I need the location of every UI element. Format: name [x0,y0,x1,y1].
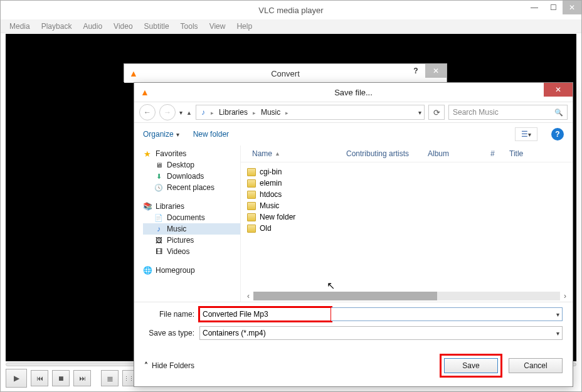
convert-window: Convert ? ✕ [124,63,447,82]
close-button[interactable]: ✕ [563,1,581,14]
nav-toolbar: ← → Libraries Music Search Music [134,102,573,123]
stop-icon [58,374,65,383]
chevron-right-icon [209,108,216,117]
playlist-icon [107,374,114,383]
forward-button[interactable]: → [159,104,176,120]
previous-icon [36,374,43,383]
vlc-cone-icon [140,87,149,98]
refresh-button[interactable] [428,105,445,120]
playlist-button[interactable] [101,370,119,386]
navigation-tree: Favorites Desktop Downloads Recent place… [134,146,241,302]
maximize-button[interactable]: ☐ [544,1,563,14]
menu-subtitle[interactable]: Subtitle [144,22,169,31]
folder-icon [247,167,256,176]
organize-button[interactable]: Organize [143,130,179,139]
column-contributing-artists[interactable]: Contributing artists [341,148,423,159]
tree-recent-places[interactable]: Recent places [143,182,240,193]
history-dropdown[interactable] [179,108,183,117]
list-item[interactable]: Old [247,223,566,234]
vlc-cone-icon [129,68,138,79]
minimize-button[interactable]: — [525,1,544,14]
hide-folders-button[interactable]: Hide Folders [144,361,194,370]
play-button[interactable] [6,369,27,388]
menu-help[interactable]: Help [236,22,252,31]
up-button[interactable] [186,108,192,117]
refresh-icon [433,108,440,117]
chevron-down-icon[interactable] [556,329,559,337]
music-icon [154,225,163,233]
desktop-icon [154,161,163,169]
chevron-up-icon [144,361,148,370]
tree-favorites[interactable]: Favorites [143,148,240,159]
breadcrumb-path[interactable]: Libraries Music [196,105,425,120]
dialog-footer: Hide Folders Save Cancel [134,345,573,386]
tree-desktop[interactable]: Desktop [143,159,240,171]
menu-audio[interactable]: Audio [83,22,102,31]
convert-window-title: Convert [271,69,300,78]
list-item[interactable]: htdocs [247,189,566,200]
previous-button[interactable] [31,370,48,386]
list-item[interactable]: elemin [247,177,566,189]
menu-view[interactable]: View [209,22,226,31]
chevron-down-icon [176,130,179,139]
save-form: File name: Converted File Mp3 Save as ty… [134,302,573,340]
tree-videos[interactable]: Videos [143,246,240,257]
list-item[interactable]: Music [247,200,566,211]
filename-label: File name: [144,310,199,319]
breadcrumb-libraries[interactable]: Libraries [217,108,250,117]
dialog-toolbar: Organize New folder ☰ ? [134,123,573,146]
stop-button[interactable] [52,370,70,386]
pictures-icon [154,236,163,245]
save-button[interactable]: Save [444,358,498,373]
menu-video[interactable]: Video [114,22,132,31]
filename-input-extent[interactable] [331,307,563,321]
chevron-down-icon[interactable] [556,310,559,319]
star-icon [143,149,152,158]
close-button[interactable]: ✕ [425,64,447,78]
help-button[interactable]: ? [551,128,564,140]
new-folder-button[interactable]: New folder [193,130,229,139]
folder-icon [247,179,256,188]
column-title[interactable]: Title [504,148,542,159]
play-icon [14,374,19,383]
column-number[interactable]: # [485,148,504,159]
back-button[interactable]: ← [139,104,156,120]
column-headers: Name ▲ Contributing artists Album # Titl… [241,146,573,162]
tree-libraries[interactable]: Libraries [143,201,240,212]
chevron-down-icon [528,130,531,139]
close-button[interactable]: ✕ [544,83,573,97]
tree-documents[interactable]: Documents [143,212,240,223]
savetype-select[interactable]: Containers (*.mp4) [199,326,563,340]
folder-icon [247,213,256,221]
tree-homegroup[interactable]: Homegroup [143,265,240,276]
cancel-button[interactable]: Cancel [509,358,563,373]
column-album[interactable]: Album [423,148,485,159]
next-button[interactable] [73,370,91,386]
menu-playback[interactable]: Playback [41,22,72,31]
chevron-right-icon [251,108,258,117]
breadcrumb-music[interactable]: Music [259,108,282,117]
path-dropdown[interactable] [418,108,421,117]
column-name[interactable]: Name ▲ [247,148,341,159]
music-icon [199,108,208,117]
help-button[interactable]: ? [406,64,425,78]
tree-downloads[interactable]: Downloads [143,171,240,182]
horizontal-scrollbar[interactable]: ‹ › [241,290,573,302]
vlc-menubar: Media Playback Audio Video Subtitle Tool… [1,19,581,33]
filename-input[interactable]: Converted File Mp3 [199,307,331,321]
document-icon [154,213,163,222]
menu-tools[interactable]: Tools [181,22,198,31]
file-list-panel: Name ▲ Contributing artists Album # Titl… [241,146,573,302]
list-item[interactable]: cgi-bin [247,166,566,177]
save-file-dialog: Save file... ✕ ← → Libraries Music Searc… [134,82,573,387]
menu-media[interactable]: Media [9,22,30,31]
tree-music[interactable]: Music [143,223,240,235]
search-input[interactable]: Search Music [448,105,568,120]
downloads-icon [154,172,163,181]
libraries-icon [143,202,152,211]
list-item[interactable]: New folder [247,211,566,223]
tree-pictures[interactable]: Pictures [143,235,240,246]
vlc-window-title: VLC media player [258,6,323,15]
search-icon [554,108,563,117]
view-mode-button[interactable]: ☰ [515,127,537,141]
